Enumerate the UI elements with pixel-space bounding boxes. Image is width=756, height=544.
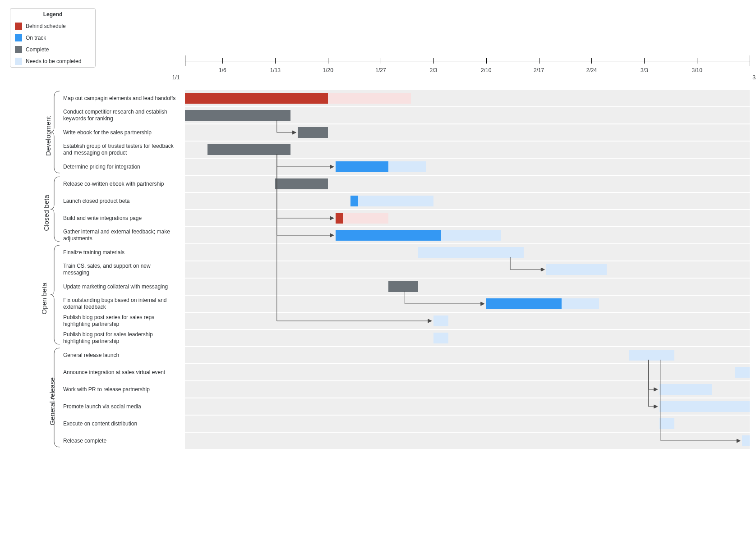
task-track xyxy=(185,279,750,295)
gantt-row: Establish group of trusted testers for f… xyxy=(63,142,750,158)
task-bar-planned[interactable] xyxy=(546,264,607,275)
task-label: Work with PR to release partnership xyxy=(63,381,180,398)
task-track xyxy=(185,227,750,243)
task-label: Execute on content distribution xyxy=(63,416,180,432)
legend-item: On track xyxy=(10,32,95,44)
axis-tick-label: 2/24 xyxy=(586,67,597,73)
task-track xyxy=(185,381,750,398)
task-bar-planned[interactable] xyxy=(659,418,674,429)
task-label: Determine pricing for integration xyxy=(63,159,180,175)
task-bar-progress[interactable] xyxy=(336,230,441,241)
legend-panel: Legend Behind scheduleOn trackCompleteNe… xyxy=(10,8,96,68)
task-bar-planned[interactable] xyxy=(629,350,674,361)
task-bar-planned[interactable] xyxy=(350,196,433,206)
task-bar-progress[interactable] xyxy=(275,178,328,189)
gantt-row: Finalize training materials xyxy=(63,244,750,261)
task-label: Gather internal and external feedback; m… xyxy=(63,227,180,243)
axis-tick-label: 1/27 xyxy=(375,67,386,73)
task-label: Update marketing collateral with messagi… xyxy=(63,279,180,295)
phase-brace xyxy=(50,90,60,174)
task-bar-planned[interactable] xyxy=(659,384,712,395)
legend-title: Legend xyxy=(10,9,95,20)
task-label: General release launch xyxy=(63,347,180,363)
task-bar-progress[interactable] xyxy=(207,144,290,155)
gantt-row: Update marketing collateral with messagi… xyxy=(63,279,750,295)
task-bar-progress[interactable] xyxy=(185,110,290,121)
task-track xyxy=(185,296,750,312)
task-label: Release complete xyxy=(63,433,180,449)
gantt-row: Launch closed product beta xyxy=(63,193,750,209)
task-bar-progress[interactable] xyxy=(336,213,343,224)
legend-swatch xyxy=(15,58,22,65)
task-label: Finalize training materials xyxy=(63,244,180,261)
axis-tick-label: 2/3 xyxy=(430,67,438,73)
gantt-row: Promote launch via social media xyxy=(63,398,750,415)
task-bar-planned[interactable] xyxy=(735,367,750,378)
task-track xyxy=(185,142,750,158)
task-label: Publish blog post series for sales reps … xyxy=(63,313,180,329)
axis-tick-label: 1/20 xyxy=(323,67,333,73)
phase-brace xyxy=(50,176,60,242)
gantt-row: Build and write integrations page xyxy=(63,210,750,226)
gantt-row: Write ebook for the sales partnership xyxy=(63,124,750,141)
legend-swatch xyxy=(15,23,22,30)
task-label: Publish blog post for sales leadership h… xyxy=(63,330,180,346)
task-bar-progress[interactable] xyxy=(336,161,388,172)
task-track xyxy=(185,210,750,226)
gantt-row: General release launch xyxy=(63,347,750,363)
task-track xyxy=(185,261,750,278)
task-bar-progress[interactable] xyxy=(486,298,562,309)
gantt-row: Conduct competitior research and establi… xyxy=(63,107,750,123)
gantt-row: Determine pricing for integration xyxy=(63,159,750,175)
phase-brace xyxy=(50,347,60,448)
gantt-row: Release co-written ebook with partnershi… xyxy=(63,176,750,192)
gantt-row: Publish blog post series for sales reps … xyxy=(63,313,750,329)
gantt-row: Execute on content distribution xyxy=(63,416,750,432)
gantt-row: Fix outstanding bugs based on internal a… xyxy=(63,296,750,312)
task-bar-planned[interactable] xyxy=(433,315,448,326)
task-track xyxy=(185,107,750,123)
legend-label: Behind schedule xyxy=(26,23,66,29)
axis-tick-label: 3/3 xyxy=(641,67,648,73)
task-track xyxy=(185,330,750,346)
legend-item: Behind schedule xyxy=(10,20,95,32)
task-label: Map out campagin elements and lead hando… xyxy=(63,90,180,106)
axis-tick-label: 2/17 xyxy=(534,67,544,73)
task-bar-progress[interactable] xyxy=(350,196,358,206)
task-bar-planned[interactable] xyxy=(742,435,750,446)
gantt-row: Train CS, sales, and support on new mess… xyxy=(63,261,750,278)
task-track xyxy=(185,433,750,449)
task-track xyxy=(185,398,750,415)
time-axis: 1/61/131/201/272/32/102/172/243/33/101/1… xyxy=(185,61,750,79)
task-bar-planned[interactable] xyxy=(336,213,388,224)
task-track xyxy=(185,176,750,192)
axis-tick-label: 3/10 xyxy=(691,67,702,73)
task-label: Write ebook for the sales partnership xyxy=(63,124,180,141)
task-track xyxy=(185,124,750,141)
task-label: Fix outstanding bugs based on internal a… xyxy=(63,296,180,312)
task-bar-progress[interactable] xyxy=(298,127,328,138)
task-label: Establish group of trusted testers for f… xyxy=(63,142,180,158)
task-bar-progress[interactable] xyxy=(185,93,328,104)
task-label: Promote launch via social media xyxy=(63,398,180,415)
legend-item: Needs to be completed xyxy=(10,55,95,67)
task-label: Announce integration at sales virtual ev… xyxy=(63,364,180,380)
task-label: Release co-written ebook with partnershi… xyxy=(63,176,180,192)
task-label: Build and write integrations page xyxy=(63,210,180,226)
task-track xyxy=(185,159,750,175)
axis-origin-label: 1/1 xyxy=(172,74,180,81)
task-track xyxy=(185,313,750,329)
gantt-row: Work with PR to release partnership xyxy=(63,381,750,398)
gantt-row: Map out campagin elements and lead hando… xyxy=(63,90,750,106)
task-bar-progress[interactable] xyxy=(388,281,419,292)
task-bar-planned[interactable] xyxy=(418,247,524,258)
task-track xyxy=(185,244,750,261)
axis-end-label: 3/17 xyxy=(752,74,756,81)
gantt-rows: Map out campagin elements and lead hando… xyxy=(63,90,750,450)
legend-item: Complete xyxy=(10,44,95,55)
task-bar-planned[interactable] xyxy=(659,401,750,412)
gantt-row: Release complete xyxy=(63,433,750,449)
phase-label: Open beta xyxy=(40,283,48,314)
legend-label: Needs to be completed xyxy=(26,58,81,64)
task-bar-planned[interactable] xyxy=(433,333,448,343)
